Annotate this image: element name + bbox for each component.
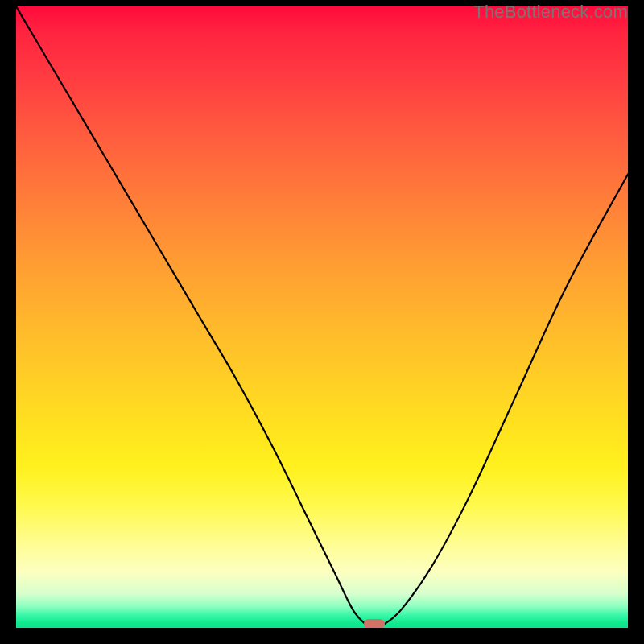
optimal-point-marker [364, 619, 385, 628]
watermark-text: TheBottleneck.com [473, 2, 628, 23]
chart-frame: TheBottleneck.com [0, 0, 644, 644]
plot-area [16, 6, 628, 628]
bottleneck-curve [16, 6, 628, 628]
